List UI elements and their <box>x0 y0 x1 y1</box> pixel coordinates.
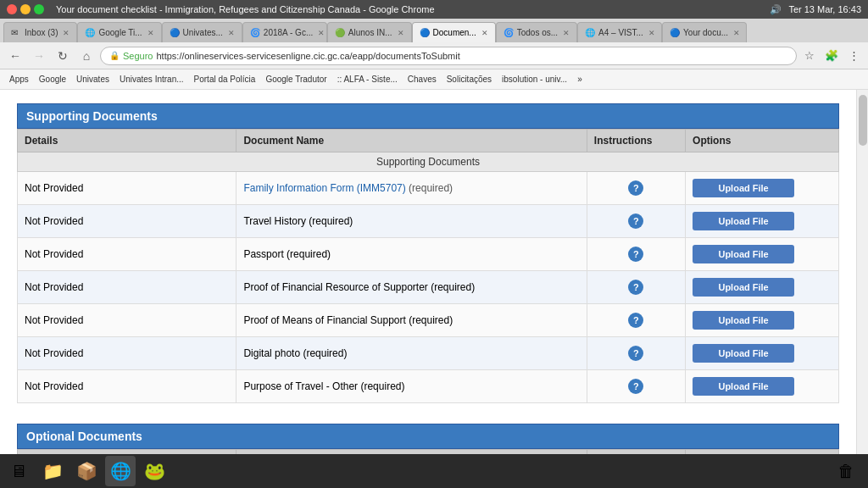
tab-tab-your-doc[interactable]: 🔵Your docu...✕ <box>662 22 747 42</box>
taskbar-icon-package[interactable]: 📦 <box>71 456 102 486</box>
row-document-name: Travel History (required) <box>236 205 587 238</box>
tab-close-button[interactable]: ✕ <box>733 29 740 37</box>
help-icon[interactable]: ? <box>628 180 643 196</box>
col-instructions: Instructions <box>587 130 685 152</box>
row-options: Upload File <box>686 337 839 370</box>
supporting-table-title: Supporting Documents <box>18 152 839 172</box>
row-instructions: ? <box>587 337 685 370</box>
tab-close-button[interactable]: ✕ <box>147 29 154 37</box>
help-icon[interactable]: ? <box>628 280 643 295</box>
row-document-name: Purpose of Travel - Other (required) <box>236 370 587 403</box>
table-row: Not ProvidedFamily Information Form (IMM… <box>18 172 839 205</box>
main-area: Supporting Documents Supporting Document… <box>0 90 868 454</box>
bookmark-item-0[interactable]: Apps <box>5 71 33 88</box>
bookmark-item-2[interactable]: Univates <box>72 71 114 88</box>
tab-close-button[interactable]: ✕ <box>481 29 488 37</box>
maximize-window-button[interactable] <box>34 4 44 14</box>
bookmark-item-6[interactable]: :: ALFA - Siste... <box>333 71 402 88</box>
tab-tab-inbox[interactable]: ✉Inbox (3)✕ <box>3 22 77 42</box>
bookmark-star-button[interactable]: ☆ <box>800 47 819 65</box>
supporting-table-body: Not ProvidedFamily Information Form (IMM… <box>18 172 839 403</box>
row-options: Upload File <box>686 172 839 205</box>
tab-tab-document-active[interactable]: 🔵Documen...✕ <box>412 22 496 42</box>
table-row: Not ProvidedProof of Means of Financial … <box>18 304 839 337</box>
tab-favicon: 🌀 <box>250 28 260 38</box>
upload-file-button[interactable]: Upload File <box>693 179 794 197</box>
tab-close-button[interactable]: ✕ <box>228 29 235 37</box>
upload-file-button[interactable]: Upload File <box>693 377 794 396</box>
volume-icon: 🔊 <box>770 4 782 15</box>
tab-close-button[interactable]: ✕ <box>398 29 404 37</box>
tab-tab-a4[interactable]: 🌐A4 – VIST...✕ <box>577 22 662 42</box>
row-details: Not Provided <box>18 337 236 370</box>
upload-file-button[interactable]: Upload File <box>693 344 794 363</box>
back-button[interactable]: ← <box>5 46 25 66</box>
bookmarks-more-button[interactable]: » <box>573 71 587 88</box>
upload-file-button[interactable]: Upload File <box>693 278 794 297</box>
help-icon[interactable]: ? <box>628 346 643 361</box>
table-title-row: Supporting Documents <box>18 152 839 172</box>
secure-label: Seguro <box>123 51 153 61</box>
close-window-button[interactable] <box>7 4 17 14</box>
window-title: Your document checklist - Immigration, R… <box>56 4 435 14</box>
row-details: Not Provided <box>18 205 236 238</box>
taskbar: 🖥 📁 📦 🌐 🐸 🗑 <box>0 454 868 488</box>
title-bar-right: 🔊 Ter 13 Mar, 16:43 <box>770 4 861 15</box>
taskbar-icon-chrome[interactable]: 🌐 <box>105 456 136 486</box>
row-document-name: Passport (required) <box>236 238 587 271</box>
tab-close-button[interactable]: ✕ <box>318 29 325 37</box>
tab-close-button[interactable]: ✕ <box>563 29 570 37</box>
table-row: Not ProvidedPurpose of Travel - Other (r… <box>18 370 839 403</box>
address-bar[interactable]: 🔒 Seguro https://onlineservices-services… <box>100 47 797 65</box>
row-instructions: ? <box>587 271 685 304</box>
upload-file-button[interactable]: Upload File <box>693 245 794 263</box>
bookmark-item-5[interactable]: Google Tradutor <box>261 71 331 88</box>
taskbar-icon-files[interactable]: 📁 <box>37 456 68 486</box>
extensions-button[interactable]: 🧩 <box>822 47 841 65</box>
content-scroll[interactable]: Supporting Documents Supporting Document… <box>0 90 856 454</box>
scrollbar-thumb[interactable] <box>859 95 867 146</box>
bookmark-item-8[interactable]: Solicitações <box>442 71 496 88</box>
tab-favicon: 🌐 <box>85 28 95 38</box>
tab-bar: ✉Inbox (3)✕🌐Google Ti...✕🔵Univates...✕🌀2… <box>0 19 868 42</box>
bookmark-item-3[interactable]: Univates Intran... <box>115 71 188 88</box>
upload-file-button[interactable]: Upload File <box>693 311 794 330</box>
row-options: Upload File <box>686 370 839 403</box>
row-instructions: ? <box>587 370 685 403</box>
forward-button[interactable]: → <box>29 46 49 66</box>
tab-tab-2018a[interactable]: 🌀2018A - Gc...✕ <box>242 22 327 42</box>
reload-button[interactable]: ↻ <box>53 46 73 66</box>
bookmark-item-9[interactable]: ibsolution - univ... <box>498 71 571 88</box>
window-controls[interactable] <box>7 4 44 14</box>
bookmark-item-7[interactable]: Chaves <box>403 71 441 88</box>
upload-file-button[interactable]: Upload File <box>693 212 794 230</box>
table-row: Not ProvidedDigital photo (required)?Upl… <box>18 337 839 370</box>
nav-bar: ← → ↻ ⌂ 🔒 Seguro https://onlineservices-… <box>0 42 868 69</box>
bookmark-item-4[interactable]: Portal da Polícia <box>190 71 260 88</box>
tab-tab-google-ti[interactable]: 🌐Google Ti...✕ <box>77 22 161 42</box>
home-button[interactable]: ⌂ <box>76 46 97 66</box>
tab-close-button[interactable]: ✕ <box>648 29 655 37</box>
tab-tab-univates[interactable]: 🔵Univates...✕ <box>162 22 242 42</box>
tab-label: A4 – VIST... <box>598 28 643 37</box>
tab-close-button[interactable]: ✕ <box>63 29 70 37</box>
help-icon[interactable]: ? <box>628 313 643 328</box>
minimize-window-button[interactable] <box>20 4 31 14</box>
help-icon[interactable]: ? <box>628 247 643 262</box>
tab-label: 2018A - Gc... <box>264 28 313 37</box>
bookmark-item-1[interactable]: Google <box>35 71 70 88</box>
document-link[interactable]: Family Information Form (IMM5707) <box>243 182 405 194</box>
tab-tab-todos[interactable]: 🌀Todos os...✕ <box>496 22 577 42</box>
row-details: Not Provided <box>18 172 236 205</box>
help-icon[interactable]: ? <box>628 214 643 229</box>
row-options: Upload File <box>686 205 839 238</box>
tab-label: Google Ti... <box>98 28 142 37</box>
col-options: Options <box>686 130 839 152</box>
scrollbar-track[interactable] <box>856 90 868 454</box>
menu-button[interactable]: ⋮ <box>844 47 863 65</box>
tab-tab-alunos[interactable]: 🟢Alunos IN...✕ <box>327 22 412 42</box>
help-icon[interactable]: ? <box>628 379 643 394</box>
taskbar-icon-frog[interactable]: 🐸 <box>139 456 170 486</box>
taskbar-icon-monitor[interactable]: 🖥 <box>3 456 34 486</box>
trash-icon[interactable]: 🗑 <box>831 456 861 486</box>
